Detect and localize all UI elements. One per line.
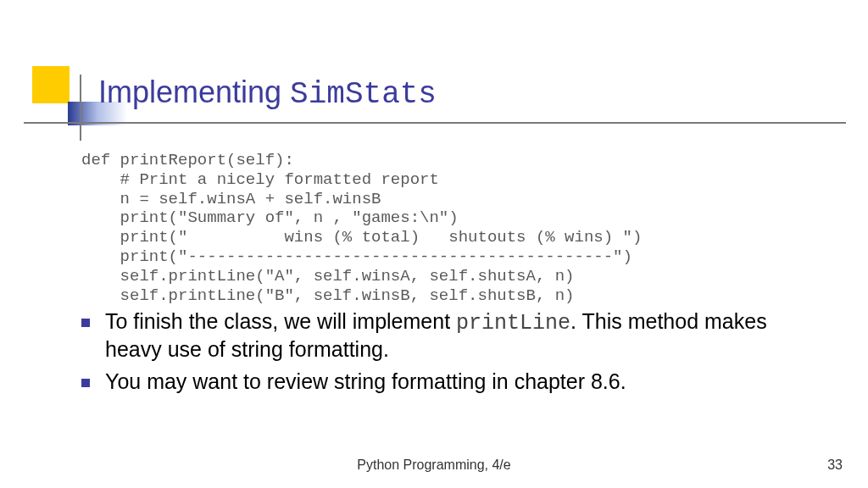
bullet-text-mono: printLine xyxy=(456,311,570,336)
vertical-divider xyxy=(80,75,81,141)
yellow-square xyxy=(32,66,70,103)
bullet-icon xyxy=(81,379,90,387)
title-mono: SimStats xyxy=(290,77,437,112)
bullet-text: You may want to review string formatting… xyxy=(105,369,626,396)
code-block: def printReport(self): # Print a nicely … xyxy=(81,151,642,305)
bullet-text-pre: To finish the class, we will implement xyxy=(105,309,456,333)
list-item: You may want to review string formatting… xyxy=(81,369,827,396)
bullet-list: To finish the class, we will implement p… xyxy=(81,308,827,402)
list-item: To finish the class, we will implement p… xyxy=(81,308,827,363)
slide-decoration xyxy=(32,66,83,125)
bullet-icon xyxy=(81,319,90,327)
horizontal-divider xyxy=(24,122,846,124)
bullet-text-pre: You may want to review string formatting… xyxy=(105,369,626,393)
footer-text: Python Programming, 4/e xyxy=(0,458,868,473)
slide-title: Implementing SimStats xyxy=(98,75,437,112)
title-text: Implementing xyxy=(98,75,290,109)
bullet-text: To finish the class, we will implement p… xyxy=(105,308,827,363)
page-number: 33 xyxy=(827,458,843,473)
